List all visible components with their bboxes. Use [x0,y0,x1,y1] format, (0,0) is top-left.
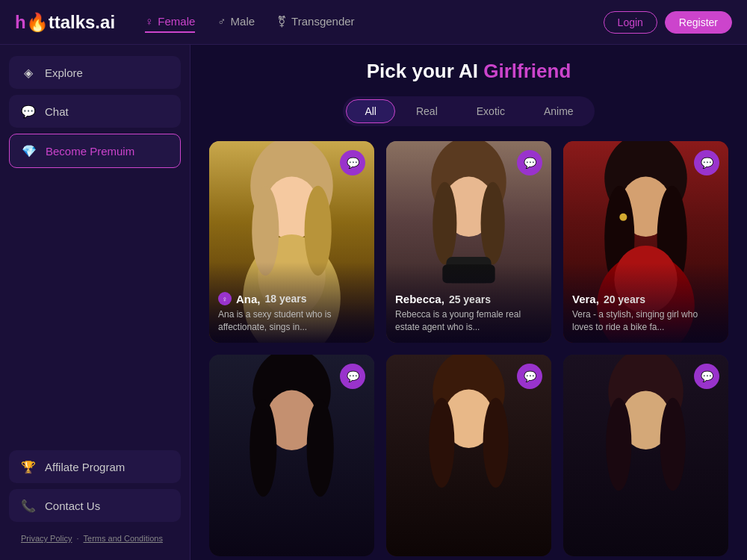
svg-point-35 [606,398,631,491]
male-icon: ♂ [217,15,226,28]
header-actions: Login Register [604,11,732,34]
register-button[interactable]: Register [665,11,732,34]
filter-tab-real[interactable]: Real [398,99,456,123]
female-symbol-icon: ♀ [218,292,232,305]
svg-point-11 [481,182,505,264]
card-vera-overlay: Vera, 20 years Vera - a stylish, singing… [563,263,728,343]
terms-link[interactable]: Terms and Conditions [84,534,163,543]
card-rebecca-desc: Rebecca is a young female real estate ag… [395,308,542,334]
filter-tab-exotic[interactable]: Exotic [459,99,523,123]
premium-icon: 💎 [22,143,37,158]
card-vera-name: Vera, 20 years [572,293,719,305]
female-icon: ♀ [145,15,153,28]
page-title-highlight: Girlfriend [483,60,571,82]
card-rebecca-name: Rebecca, 25 years [395,293,542,305]
chat-bubble-icon-6: 💬 [701,370,713,382]
privacy-links: Privacy Policy · Terms and Conditions [9,528,181,549]
filter-tab-anime[interactable]: Anime [526,99,592,123]
nav-tab-male[interactable]: ♂ Male [217,12,255,33]
sidebar-bottom: 🏆 Affilate Program 📞 Contact Us Privacy … [9,450,181,549]
card-rebecca[interactable]: 💬 Rebecca, 25 years Rebecca is a young f… [386,141,551,343]
explore-icon: ◈ [21,65,36,80]
nav-tab-female[interactable]: ♀ Female [145,12,195,33]
card-vera-desc: Vera - a stylish, singing girl who loves… [572,308,719,334]
card-vera-chat-button[interactable]: 💬 [694,150,719,175]
svg-point-36 [660,398,686,491]
card-5-chat-button[interactable]: 💬 [517,364,542,389]
sidebar-item-affiliate[interactable]: 🏆 Affilate Program [9,450,181,483]
nav-label-female: Female [158,15,195,28]
card-ana-desc: Ana is a sexy student who is affectionat… [218,308,365,334]
chat-icon: 💬 [21,104,36,119]
separator: · [76,534,78,543]
card-rebecca-overlay: Rebecca, 25 years Rebecca is a young fem… [386,263,551,343]
chat-bubble-icon: 💬 [347,157,359,169]
chat-bubble-icon-5: 💬 [524,370,536,382]
nav-label-male: Male [231,15,255,28]
sidebar-label-affiliate: Affilate Program [45,461,125,473]
sidebar-item-explore[interactable]: ◈ Explore [9,56,181,89]
cards-grid: 💬 ♀ Ana, 18 years Ana is a sexy student … [209,141,728,556]
svg-point-30 [429,398,454,488]
card-4[interactable]: 💬 [209,355,374,556]
svg-point-10 [433,182,456,264]
main-nav: ♀ Female ♂ Male ⚧ Transgender [145,12,604,33]
nav-tab-transgender[interactable]: ⚧ Transgender [277,12,355,33]
card-vera[interactable]: 💬 Vera, 20 years Vera - a stylish, singi… [563,141,728,343]
chat-bubble-icon-3: 💬 [701,157,713,169]
sidebar-spacer [9,174,181,450]
content-area: Pick your AI Girlfriend All Real Exotic … [190,45,747,560]
filter-tabs: All Real Exotic Anime [343,96,594,126]
card-6[interactable]: 💬 [563,355,728,556]
logo: h🔥ttalks.ai [15,12,115,33]
svg-point-26 [307,399,334,497]
card-ana-chat-button[interactable]: 💬 [340,150,365,175]
svg-point-21 [619,214,627,221]
svg-point-25 [249,399,276,497]
chat-bubble-icon-4: 💬 [347,370,359,382]
page-title: Pick your AI Girlfriend [209,60,728,83]
transgender-icon: ⚧ [277,15,287,28]
chat-bubble-icon-2: 💬 [524,157,536,169]
sidebar: ◈ Explore 💬 Chat 💎 Become Premuim 🏆 Affi… [0,45,190,560]
sidebar-item-chat[interactable]: 💬 Chat [9,95,181,128]
nav-label-transgender: Transgender [291,15,355,28]
card-4-chat-button[interactable]: 💬 [340,364,365,389]
privacy-policy-link[interactable]: Privacy Policy [21,534,72,543]
main-layout: ◈ Explore 💬 Chat 💎 Become Premuim 🏆 Affi… [0,45,747,560]
card-ana[interactable]: 💬 ♀ Ana, 18 years Ana is a sexy student … [209,141,374,343]
sidebar-item-premium[interactable]: 💎 Become Premuim [9,134,181,168]
sidebar-label-explore: Explore [45,66,83,79]
page-title-text: Pick your AI [367,60,484,82]
sidebar-label-chat: Chat [45,105,69,118]
trophy-icon: 🏆 [21,459,36,474]
svg-point-31 [483,398,509,488]
sidebar-item-contact[interactable]: 📞 Contact Us [9,489,181,522]
header: h🔥ttalks.ai ♀ Female ♂ Male ⚧ Transgende… [0,0,747,45]
sidebar-label-contact: Contact Us [45,500,100,512]
card-5[interactable]: 💬 [386,355,551,556]
phone-icon: 📞 [21,498,36,513]
card-ana-name: ♀ Ana, 18 years [218,292,365,305]
sidebar-label-premium: Become Premuim [46,145,134,158]
filter-tab-all[interactable]: All [346,99,395,123]
card-rebecca-chat-button[interactable]: 💬 [517,150,542,175]
card-ana-overlay: ♀ Ana, 18 years Ana is a sexy student wh… [209,262,374,343]
card-6-chat-button[interactable]: 💬 [694,364,719,389]
login-button[interactable]: Login [604,11,657,34]
